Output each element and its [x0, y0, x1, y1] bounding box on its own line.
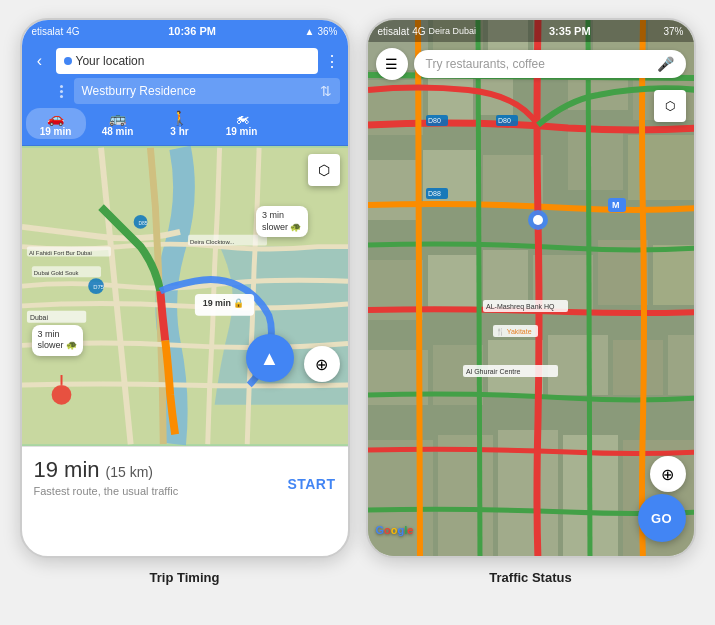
svg-rect-43	[613, 340, 663, 395]
traffic-map-area[interactable]: M AL-Mashreq Bank HQ 🍴 Yakitate Al Ghura…	[368, 20, 694, 556]
svg-text:D85: D85	[138, 221, 147, 226]
svg-text:Dubai: Dubai	[29, 314, 48, 321]
svg-rect-34	[428, 255, 478, 310]
svg-rect-38	[653, 245, 694, 305]
car-time: 19 min	[40, 126, 72, 137]
right-phone: M AL-Mashreq Bank HQ 🍴 Yakitate Al Ghura…	[366, 18, 696, 558]
svg-text:Al Ghurair Centre: Al Ghurair Centre	[466, 368, 521, 375]
right-location: Deira Dubai	[429, 26, 477, 36]
right-caption: Traffic Status	[366, 566, 696, 585]
mode-tab-walk[interactable]: 🚶 3 hr	[150, 108, 210, 139]
origin-dot	[64, 57, 72, 65]
svg-text:Al Fahidi Fort Bur Dubai: Al Fahidi Fort Bur Dubai	[28, 250, 91, 256]
back-button[interactable]: ‹	[30, 51, 50, 71]
svg-rect-28	[368, 160, 418, 220]
svg-text:D88: D88	[428, 190, 441, 197]
route-distance: (15 km)	[106, 464, 153, 480]
svg-rect-32	[628, 135, 694, 200]
svg-text:🍴 Yakitate: 🍴 Yakitate	[496, 327, 532, 336]
bike-icon: 🏍	[235, 110, 249, 126]
svg-rect-45	[368, 440, 433, 556]
svg-text:D80: D80	[498, 117, 511, 124]
right-carrier: etisalat	[378, 26, 410, 37]
svg-text:D80: D80	[428, 117, 441, 124]
go-label: GO	[651, 511, 672, 526]
mode-tab-bus[interactable]: 🚌 48 min	[88, 108, 148, 139]
carrier-text: etisalat	[32, 26, 64, 37]
mic-icon[interactable]: 🎤	[657, 56, 674, 72]
traffic-callout-1: 3 min slower 🐢	[32, 325, 84, 356]
traffic-callout-2: 3 min slower 🐢	[256, 206, 308, 237]
route-dots	[56, 85, 68, 98]
svg-rect-31	[568, 130, 623, 190]
svg-text:Dubai Gold Souk: Dubai Gold Souk	[33, 270, 78, 276]
captions-row: Trip Timing Traffic Status	[0, 558, 715, 585]
network-text: 4G	[66, 26, 79, 37]
search-placeholder: Try restaurants, coffee	[426, 57, 545, 71]
right-battery: 37%	[663, 26, 683, 37]
search-header: ☰ Try restaurants, coffee 🎤	[368, 42, 694, 86]
svg-rect-44	[668, 335, 694, 395]
car-icon: 🚗	[47, 110, 64, 126]
bike-time: 19 min	[226, 126, 258, 137]
location-button[interactable]: ⊕	[304, 346, 340, 382]
destination-box[interactable]: Westburry Residence ⇅	[74, 78, 340, 104]
route-time: 19 min	[34, 457, 100, 483]
time-text: 10:36 PM	[168, 25, 216, 37]
mode-tab-bike[interactable]: 🏍 19 min	[212, 108, 272, 139]
svg-point-1	[51, 385, 71, 405]
right-layers-button[interactable]: ⬡	[654, 90, 686, 122]
bottom-info: 19 min (15 km) Fastest route, the usual …	[22, 446, 348, 502]
right-status-bar: etisalat 4G Deira Dubai 3:35 PM 37%	[368, 20, 694, 42]
map-area[interactable]: Dubai Dubai Gold Souk Al Fahidi Fort Bur…	[22, 146, 348, 446]
bus-time: 48 min	[102, 126, 134, 137]
destination-text: Westburry Residence	[82, 84, 197, 98]
transport-modes-bar: 🚗 19 min 🚌 48 min 🚶 3 hr 🏍 19 min	[22, 108, 348, 146]
directions-header: ‹ Your location ⋮ Westburry Residence ⇅	[22, 42, 348, 108]
walk-icon: 🚶	[171, 110, 188, 126]
wifi-icon: ▲	[305, 26, 315, 37]
svg-text:D75: D75	[93, 284, 105, 290]
svg-rect-46	[438, 435, 493, 556]
compass-button[interactable]: ⊕	[650, 456, 686, 492]
walk-time: 3 hr	[170, 126, 188, 137]
layers-button[interactable]: ⬡	[308, 154, 340, 186]
svg-text:AL-Mashreq Bank HQ: AL-Mashreq Bank HQ	[486, 303, 555, 311]
left-status-bar: etisalat 4G 10:36 PM ▲ 36%	[22, 20, 348, 42]
more-options-icon[interactable]: ⋮	[324, 52, 340, 71]
start-button[interactable]: START	[287, 476, 335, 492]
go-button[interactable]: GO	[638, 494, 686, 542]
search-bar[interactable]: Try restaurants, coffee 🎤	[414, 50, 686, 78]
svg-rect-42	[548, 335, 608, 395]
hamburger-button[interactable]: ☰	[376, 48, 408, 80]
left-caption: Trip Timing	[20, 566, 350, 585]
bus-icon: 🚌	[109, 110, 126, 126]
right-network: 4G	[412, 26, 425, 37]
right-time: 3:35 PM	[549, 25, 591, 37]
origin-text: Your location	[76, 54, 310, 68]
mode-tab-car[interactable]: 🚗 19 min	[26, 108, 86, 139]
svg-point-51	[533, 215, 543, 225]
svg-text:Deira Clocktow...: Deira Clocktow...	[189, 239, 234, 245]
navigate-button[interactable]: ▲	[246, 334, 294, 382]
svg-text:19 min 🔒: 19 min 🔒	[202, 297, 245, 309]
svg-text:M: M	[612, 200, 620, 210]
swap-icon[interactable]: ⇅	[320, 83, 332, 99]
left-phone: etisalat 4G 10:36 PM ▲ 36% ‹ Your locati…	[20, 18, 350, 558]
google-logo: Google	[376, 524, 414, 536]
battery-text: 36%	[317, 26, 337, 37]
origin-search-box[interactable]: Your location	[56, 48, 318, 74]
